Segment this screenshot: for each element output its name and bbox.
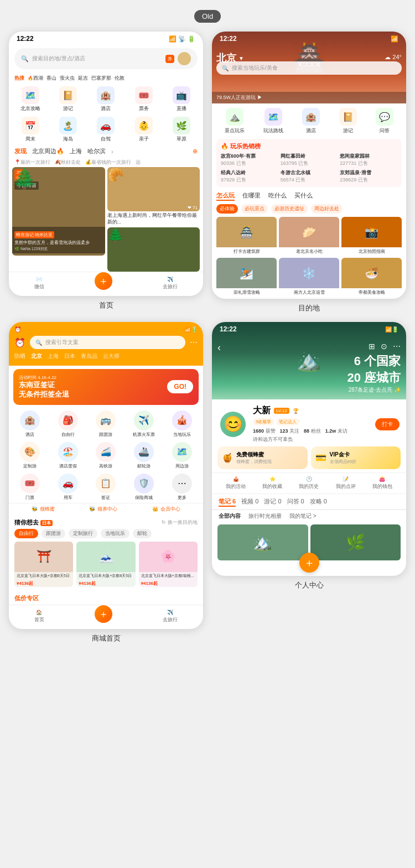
card-1[interactable]: 🥐 ❤ 71 老上海遇上新时尚，网红早午餐带给你最新的... <box>107 167 200 225</box>
mall-service-1[interactable]: 🐝 领券中心 <box>89 506 117 513</box>
filter-tag-3[interactable]: 周边好去处 <box>311 204 343 214</box>
nav-center-btn-3[interactable]: ＋ <box>95 605 112 623</box>
mall-service-0[interactable]: 🐝 领蜂蜜 <box>32 506 55 513</box>
nav-item-message-1[interactable]: ✉️ 微信 <box>34 277 44 290</box>
profile-menu-history-4[interactable]: 🕐 我的历史 <box>299 476 319 490</box>
mall-service-2[interactable]: 👑 会员中心 <box>152 506 180 513</box>
how-tab-0[interactable]: 怎么玩 <box>216 191 235 201</box>
hot-tag-1[interactable]: 西湖 <box>28 75 43 82</box>
mall-icon-2[interactable]: 🚌 跟团游 <box>88 410 124 438</box>
dest-cat-2[interactable]: 🏨 酒店 <box>302 108 320 134</box>
dest-card-5[interactable]: 🍜 帝都美食攻略 <box>341 258 402 297</box>
discover-more-icon[interactable]: › <box>111 148 113 155</box>
mall-product-2[interactable]: 🌸 北京直飞日本大阪+京都/箱根... ¥4136起 <box>139 542 198 587</box>
mall-banner-3[interactable]: 活动时间 4.16-4.22 东南亚签证无条件拒签全退 GO! <box>13 369 199 405</box>
profile-back-btn-4[interactable]: ‹ <box>217 342 221 354</box>
mall-icon-11[interactable]: 🚗 用车 <box>50 474 86 501</box>
mall-icon-4[interactable]: 🎪 当地玩乐 <box>164 410 200 438</box>
content-tab-0[interactable]: 全部内容 <box>219 512 241 520</box>
hot-tag-0[interactable]: 热搜 <box>14 75 24 82</box>
hot-tag-2[interactable]: 香山 <box>46 75 56 82</box>
benefit-honey-4[interactable]: 🍯 免费领蜂蜜 领蜂蜜，消费抵现 <box>217 446 308 469</box>
how-tab-3[interactable]: 买什么 <box>294 191 313 201</box>
hot-tag-4[interactable]: 延吉 <box>78 75 88 82</box>
mall-tab-1[interactable]: 北京 <box>31 352 42 360</box>
icon-item-8[interactable]: 👶 亲子 <box>126 117 162 143</box>
mall-tab-0[interactable]: 防晒 <box>14 352 25 360</box>
mall-icon-6[interactable]: 🏖️ 酒店度假 <box>50 442 86 469</box>
dest-search-2[interactable]: 🔍 搜索当地玩乐/美食 <box>216 61 402 75</box>
more-icon-4[interactable]: ⋯ <box>393 342 401 351</box>
profile-menu-review-4[interactable]: 📝 我的点评 <box>336 476 356 490</box>
icon-item-7[interactable]: 🚗 自驾 <box>87 117 124 143</box>
guess-tab-3[interactable]: 当地玩乐 <box>101 529 129 538</box>
icon-item-2[interactable]: 🏨 酒店 <box>87 86 124 112</box>
filter-tag-2[interactable]: 必游历史遗址 <box>271 204 308 214</box>
profile-tab-1[interactable]: 视频 0 <box>241 497 258 506</box>
icon-item-6[interactable]: 🏝️ 海岛 <box>50 117 86 143</box>
checkin-btn-4[interactable]: 打卡 <box>375 418 400 430</box>
content-tab-2[interactable]: 我的笔记 > <box>289 512 317 520</box>
nav-item-travel-1[interactable]: ✈️ 去旅行 <box>163 277 178 290</box>
card-2[interactable]: 🌲 <box>107 227 200 272</box>
nav-item-home-3[interactable]: 🏠 首页 <box>34 610 44 623</box>
mall-guess-refresh-3[interactable]: ↻ 换一换目的地 <box>162 519 198 526</box>
profile-tab-3[interactable]: 问答 0 <box>287 497 304 506</box>
share-icon-4[interactable]: ⊙ <box>381 342 387 351</box>
how-tab-1[interactable]: 住哪里 <box>242 191 261 201</box>
discover-tab-2[interactable]: 上海 <box>70 147 82 155</box>
mall-product-1[interactable]: 🗻 北京直飞日本大阪+京都6天5日 ¥4136起 <box>76 542 135 587</box>
discover-tab-0[interactable]: 发现 <box>14 147 27 155</box>
hot-tag-6[interactable]: 伦敦 <box>115 75 124 82</box>
hot-item-1[interactable]: 网红暮田岭 163795 已售 <box>281 153 338 167</box>
mall-tab-2[interactable]: 上海 <box>48 352 59 360</box>
grid-icon-4[interactable]: ⊞ <box>369 342 375 351</box>
mall-icon-1[interactable]: 🎒 自由行 <box>50 410 86 438</box>
mall-icon-9[interactable]: 🗺️ 周边游 <box>164 442 200 469</box>
mall-more-icon-3[interactable]: ⋯ <box>190 338 198 347</box>
mall-icon-13[interactable]: 🛡️ 保险商城 <box>126 474 162 501</box>
icon-item-0[interactable]: 🗺️ 北京攻略 <box>12 86 49 112</box>
dest-cat-1[interactable]: 🗺️ 玩法路线 <box>263 108 283 134</box>
hot-item-0[interactable]: 故宫600年·有票 90336 已售 <box>221 153 278 167</box>
mall-banner-btn-3[interactable]: GO! <box>167 380 193 393</box>
benefit-vip-4[interactable]: 💳 VIP金卡 全场商品95折 <box>311 446 401 469</box>
nav-center-btn-1[interactable]: ＋ <box>95 272 112 290</box>
profile-tab-4[interactable]: 攻略 0 <box>310 497 327 506</box>
discover-tab-3[interactable]: 哈尔滨 <box>87 147 106 155</box>
dest-card-2[interactable]: 📸 北京拍照指南 <box>341 217 402 256</box>
dest-card-4[interactable]: ❄️ 南方人北京追雪 <box>279 258 339 297</box>
icon-item-1[interactable]: 📔 游记 <box>50 86 86 112</box>
content-tab-1[interactable]: 旅行时光相册 <box>248 512 282 520</box>
mall-icon-8[interactable]: 🚢 邮轮游 <box>126 442 162 469</box>
card-0[interactable]: 28OCT 今日蜂首 🌲 蜂首游记·纳米比亚 竟然中部的五月，是看雪泡汤的温柔乡… <box>12 167 105 272</box>
dest-cat-0[interactable]: ⛰️ 景点玩乐 <box>225 108 245 134</box>
profile-tab-0[interactable]: 笔记 6 <box>219 497 236 507</box>
mall-tab-4[interactable]: 青岛品 <box>81 352 97 360</box>
guess-tab-4[interactable]: 邮轮 <box>133 529 152 538</box>
mall-search-3[interactable]: 🔍 搜索引导文案 <box>30 336 185 349</box>
guess-tab-1[interactable]: 跟团游 <box>42 529 65 538</box>
search-bar-1[interactable]: 🔍 搜索目的地/景点/酒店 券 <box>14 48 198 69</box>
filter-tag-1[interactable]: 必玩景点 <box>241 204 268 214</box>
mall-icon-14[interactable]: ⋯ 更多 <box>164 474 200 501</box>
guess-tab-2[interactable]: 定制旅行 <box>69 529 97 538</box>
guess-tab-0[interactable]: 自由行 <box>14 529 38 538</box>
nav-item-travel-3[interactable]: ✈️ 去旅行 <box>163 610 178 623</box>
hot-tag-3[interactable]: 萤火虫 <box>60 75 75 82</box>
dest-card-0[interactable]: 🏯 打卡古建筑群 <box>216 217 277 256</box>
how-tab-2[interactable]: 吃什么 <box>268 191 287 201</box>
profile-menu-activity-4[interactable]: 🎪 我的活动 <box>226 476 246 490</box>
profile-menu-wallet-4[interactable]: 👛 我的钱包 <box>372 476 392 490</box>
hot-item-5[interactable]: 京郊温泉·滑雪 238629 已售 <box>340 169 397 184</box>
hot-tag-5[interactable]: 巴塞罗那 <box>91 75 111 82</box>
fab-btn-4[interactable]: ＋ <box>299 553 319 573</box>
mall-icon-7[interactable]: 🚄 高铁游 <box>88 442 124 469</box>
icon-item-3[interactable]: 🎟️ 票务 <box>126 86 162 112</box>
icon-item-9[interactable]: 🌿 草原 <box>163 117 200 143</box>
dest-card-3[interactable]: ⛷️ 崇礼滑雪攻略 <box>216 258 277 297</box>
mall-icon-0[interactable]: 🏨 酒店 <box>12 410 48 438</box>
hot-item-3[interactable]: 经典八达岭 97929 已售 <box>221 169 278 184</box>
mall-tab-5[interactable]: 云大师 <box>103 352 120 360</box>
mall-icon-3[interactable]: ✈️ 机票火车票 <box>126 410 162 438</box>
